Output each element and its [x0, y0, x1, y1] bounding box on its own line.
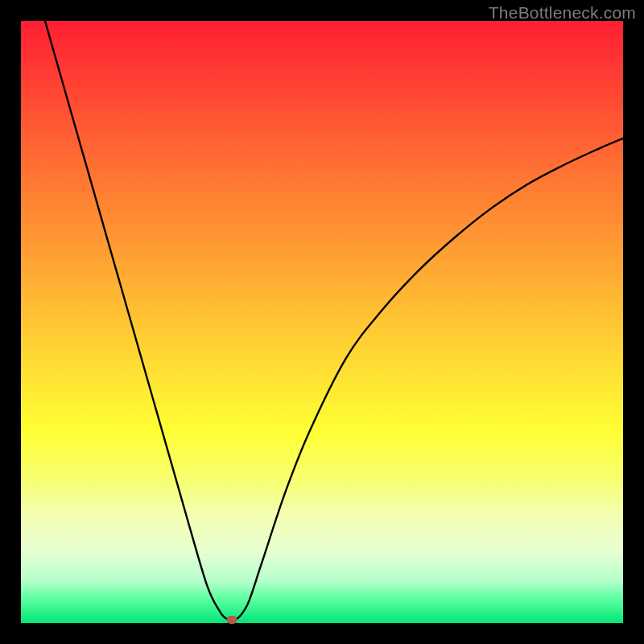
chart-plot-area	[21, 21, 623, 623]
watermark-text: TheBottleneck.com	[489, 3, 636, 23]
minimum-point-marker	[226, 616, 237, 624]
bottleneck-curve	[21, 21, 623, 623]
